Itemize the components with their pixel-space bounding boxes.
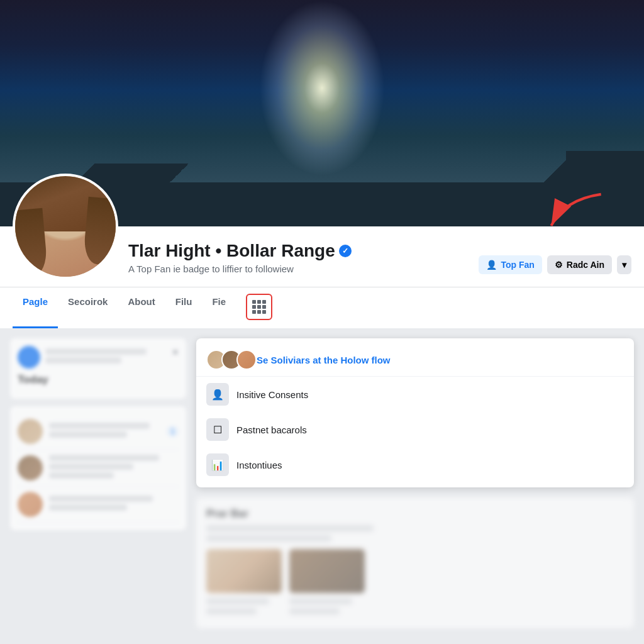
sidebar-feed-row-2	[18, 450, 179, 487]
verified-badge: ✓	[339, 245, 352, 257]
sidebar-name-line-2	[49, 455, 159, 461]
sidebar-user-avatar-3	[18, 492, 43, 517]
lower-section-title: Prar Bar	[206, 508, 624, 520]
tab-pagle[interactable]: Pagle	[13, 287, 58, 328]
grid-icon	[252, 300, 266, 314]
radc-ain-label: Radc Ain	[567, 260, 604, 270]
sidebar-line	[45, 357, 121, 364]
sidebar-user-info	[49, 423, 160, 440]
grid-dot	[257, 300, 261, 304]
grid-dot	[252, 310, 256, 314]
annotation-arrow	[543, 187, 606, 240]
grid-dot	[252, 300, 256, 304]
lower-item-image-2	[289, 549, 365, 593]
radc-ain-icon: ⚙	[555, 260, 563, 270]
grid-icon-button[interactable]	[246, 294, 272, 320]
lower-item-image	[206, 549, 282, 593]
sidebar-today-label: Today	[18, 374, 179, 386]
sidebar-feed-card: 1	[10, 406, 186, 530]
tab-about[interactable]: About	[118, 287, 165, 328]
blurred-lower-content: Prar Bar	[196, 497, 634, 628]
top-fan-button[interactable]: 👤 Top Fan	[479, 255, 541, 274]
lower-item-line	[206, 598, 269, 604]
left-sidebar: × Today 1	[10, 338, 186, 644]
sidebar-user-info-2	[49, 455, 179, 481]
lower-item-1	[206, 549, 282, 618]
lower-item-line-2	[206, 608, 257, 614]
grid-dot	[262, 305, 266, 309]
dropdown-item-pastnet-bacarols[interactable]: ☐ Pastnet bacarols	[196, 412, 634, 447]
sidebar-card: × Today	[10, 338, 186, 399]
grid-dot	[262, 310, 266, 314]
sidebar-count-badge: 1	[167, 426, 179, 437]
profile-name: Tlar Hight • Bollar Range ✓	[128, 241, 479, 261]
dropdown-item-label: Insitive Consents	[236, 389, 308, 400]
lower-text-line-1	[206, 525, 374, 531]
lower-content-card: Prar Bar	[196, 497, 634, 628]
sidebar-name-line-3	[49, 496, 153, 502]
instontiues-icon: 📊	[206, 453, 229, 476]
dropdown-title: Se Soliviars at the Holow flow	[257, 355, 391, 365]
insitive-consents-icon: 👤	[206, 383, 229, 406]
sidebar-header	[18, 346, 172, 369]
sidebar-avatar	[18, 346, 40, 369]
sidebar-user-info-3	[49, 496, 179, 513]
sidebar-detail-line	[49, 431, 127, 438]
tab-filu[interactable]: Filu	[165, 287, 203, 328]
main-content: × Today 1	[0, 328, 644, 644]
group-avatars	[206, 350, 252, 370]
sidebar-feed-row: 1	[18, 414, 179, 450]
top-fan-icon: 👤	[486, 260, 497, 270]
sidebar-detail-line-3	[49, 472, 114, 479]
sidebar-feed-row-3	[18, 487, 179, 523]
tab-fie[interactable]: Fie	[202, 287, 236, 328]
grid-dot	[257, 305, 261, 309]
lower-item-line-3	[289, 598, 352, 604]
lower-text-line-2	[206, 535, 331, 541]
sidebar-user-avatar-2	[18, 455, 43, 480]
tab-secoirok[interactable]: Secoirok	[58, 287, 118, 328]
avatar-hair-right	[83, 197, 118, 266]
radc-ain-button[interactable]: ⚙ Radc Ain	[547, 255, 612, 274]
profile-subtitle: A Top Fan ie badge to liffier to followi…	[128, 264, 479, 274]
sidebar-line	[45, 348, 147, 355]
sidebar-name-line	[49, 423, 150, 429]
dropdown-item-instontiues[interactable]: 📊 Instontiues	[196, 447, 634, 482]
grid-dot	[257, 310, 261, 314]
chevron-down-icon: ▾	[622, 260, 626, 270]
group-avatar-3	[236, 350, 257, 370]
avatar[interactable]	[13, 174, 118, 279]
profile-header: Tlar Hight • Bollar Range ✓ A Top Fan ie…	[13, 226, 631, 287]
sidebar-detail-line-2	[49, 464, 133, 470]
tab-more[interactable]	[236, 287, 282, 328]
grid-dot	[252, 305, 256, 309]
dropdown-item-label-2: Pastnet bacarols	[236, 425, 307, 435]
sidebar-close-button[interactable]: ×	[172, 346, 179, 359]
lower-item-2	[289, 549, 365, 618]
profile-info: Tlar Hight • Bollar Range ✓ A Top Fan ie…	[128, 241, 479, 279]
actions-dropdown-button[interactable]: ▾	[617, 255, 631, 274]
lower-items-row	[206, 549, 624, 618]
sidebar-text	[45, 348, 172, 366]
profile-name-text: Tlar Hight • Bollar Range	[128, 241, 335, 261]
top-fan-label: Top Fan	[501, 260, 534, 270]
dropdown-card: Se Soliviars at the Holow flow 👤 Insitiv…	[196, 338, 634, 487]
dropdown-item-label-3: Instontiues	[236, 460, 282, 470]
dropdown-item-insitive-consents[interactable]: 👤 Insitive Consents	[196, 377, 634, 412]
grid-dot	[262, 300, 266, 304]
dropdown-header: Se Soliviars at the Holow flow	[196, 343, 634, 377]
sidebar-user-avatar	[18, 419, 43, 444]
profile-nav: Pagle Secoirok About Filu Fie	[0, 287, 644, 328]
right-content: Se Soliviars at the Holow flow 👤 Insitiv…	[196, 338, 634, 644]
sidebar-detail-line-4	[49, 504, 127, 511]
pastnet-bacarols-icon: ☐	[206, 418, 229, 441]
profile-actions: 👤 Top Fan ⚙ Radc Ain ▾	[479, 255, 631, 279]
lower-item-line-4	[289, 608, 340, 614]
